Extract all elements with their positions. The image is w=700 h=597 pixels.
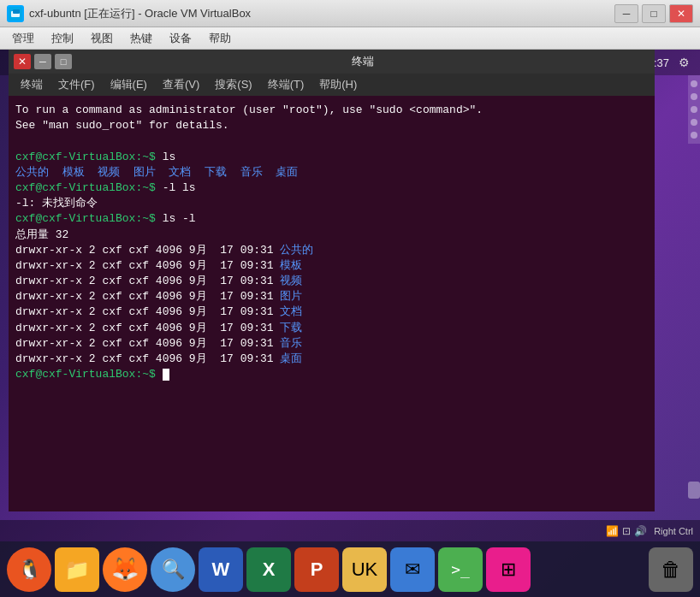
term-line-6: -l: 未找到命令 (15, 196, 648, 211)
right-ctrl-label: Right Ctrl (654, 526, 693, 536)
side-dot-1 (691, 80, 697, 87)
minimize-button[interactable]: ─ (614, 4, 638, 23)
maximize-button[interactable]: □ (642, 4, 666, 23)
term-line-blank1 (15, 133, 648, 149)
window-controls: ─ □ ✕ (614, 4, 693, 23)
term-line-2: See "man sudo_root" for details. (15, 118, 648, 133)
virtualbox-menu-bar: 管理控制视图热键设备帮助 (0, 27, 700, 50)
term-menu-查看(V)[interactable]: 查看(V) (156, 75, 206, 94)
side-dot-2 (691, 93, 697, 100)
excel-icon[interactable]: X (246, 547, 291, 592)
side-dot-3 (691, 106, 697, 113)
shopping-icon[interactable]: UK (342, 547, 387, 592)
term-menu-文件(F)[interactable]: 文件(F) (51, 75, 102, 94)
term-line-11: drwxr-xr-x 2 cxf cxf 4096 9月 17 09:31 视频 (15, 274, 648, 289)
term-menu-帮助(H)[interactable]: 帮助(H) (312, 75, 364, 94)
term-line-15: drwxr-xr-x 2 cxf cxf 4096 9月 17 09:31 音乐 (15, 336, 648, 352)
terminal-dock-icon[interactable]: >_ (438, 547, 483, 592)
term-menu-终端[interactable]: 终端 (14, 75, 50, 94)
term-line-1: To run a command as administrator (user … (15, 103, 648, 118)
trash-icon[interactable]: 🗑 (649, 547, 693, 592)
terminal-menu-bar: 终端文件(F)编辑(E)查看(V)搜索(S)终端(T)帮助(H) (9, 74, 655, 96)
term-menu-编辑(E)[interactable]: 编辑(E) (104, 75, 154, 94)
term-line-3: cxf@cxf-VirtualBox:~$ ls (15, 150, 648, 165)
terminal-close-button[interactable]: ✕ (14, 54, 31, 69)
menu-item-控制[interactable]: 控制 (44, 29, 80, 48)
network-status-icon: 📶 (606, 525, 619, 537)
term-menu-终端(T)[interactable]: 终端(T) (261, 75, 311, 94)
menu-item-设备[interactable]: 设备 (163, 29, 199, 48)
term-line-5: cxf@cxf-VirtualBox:~$ -l ls (15, 180, 648, 196)
taskbar-dock: 🐧 📁 🦊 🔍 W X P UK ✉ >_ ⊞ 🗑 (0, 541, 700, 597)
term-line-10: drwxr-xr-x 2 cxf cxf 4096 9月 17 09:31 模板 (15, 258, 648, 274)
menu-item-热键[interactable]: 热键 (123, 29, 159, 48)
terminal-minimize-button[interactable]: ─ (34, 54, 51, 69)
powerpoint-icon[interactable]: P (294, 547, 339, 592)
svg-rect-2 (13, 9, 20, 14)
term-line-17: cxf@cxf-VirtualBox:~$ (15, 367, 648, 382)
mail-icon[interactable]: ✉ (390, 547, 435, 592)
side-dot-5 (691, 132, 697, 139)
virtualbox-title-bar: cxf-ubuntn [正在运行] - Oracle VM VirtualBox… (0, 0, 700, 27)
term-line-14: drwxr-xr-x 2 cxf cxf 4096 9月 17 09:31 下载 (15, 321, 648, 336)
term-line-4: 公共的 模板 视频 图片 文档 下载 音乐 桌面 (15, 165, 648, 180)
settings-icon[interactable]: ⚙ (674, 53, 693, 72)
status-icons: 📶 ⊡ 🔊 Right Ctrl (606, 525, 693, 537)
usb-status-icon: ⊡ (622, 525, 631, 537)
virtualbox-icon (7, 5, 24, 22)
menu-item-帮助[interactable]: 帮助 (202, 29, 238, 48)
firefox-icon[interactable]: 🦊 (103, 547, 147, 592)
terminal-window: ✕ ─ □ 终端 终端文件(F)编辑(E)查看(V)搜索(S)终端(T)帮助(H… (9, 50, 655, 511)
files-icon[interactable]: 📁 (55, 547, 99, 592)
files2-icon[interactable]: ⊞ (486, 547, 531, 592)
terminal-title-text: 终端 (75, 54, 650, 69)
right-side-panel (688, 75, 700, 144)
terminal-body[interactable]: To run a command as administrator (user … (9, 96, 655, 511)
term-line-7: cxf@cxf-VirtualBox:~$ ls -l (15, 211, 648, 227)
close-button[interactable]: ✕ (669, 4, 693, 23)
term-menu-搜索(S)[interactable]: 搜索(S) (208, 75, 258, 94)
term-line-16: drwxr-xr-x 2 cxf cxf 4096 9月 17 09:31 桌面 (15, 352, 648, 367)
terminal-maximize-button[interactable]: □ (55, 54, 72, 69)
audio-status-icon: 🔊 (634, 525, 647, 537)
scroll-indicator[interactable] (688, 482, 700, 499)
term-line-13: drwxr-xr-x 2 cxf cxf 4096 9月 17 09:31 文档 (15, 304, 648, 320)
term-line-8: 总用量 32 (15, 228, 648, 243)
word-icon[interactable]: W (199, 547, 243, 592)
terminal-title-bar: ✕ ─ □ 终端 (9, 50, 655, 74)
ubuntu-icon[interactable]: 🐧 (7, 547, 51, 592)
menu-item-视图[interactable]: 视图 (84, 29, 120, 48)
window-title: cxf-ubuntn [正在运行] - Oracle VM VirtualBox (29, 6, 614, 21)
search-icon[interactable]: 🔍 (151, 547, 195, 592)
term-line-9: drwxr-xr-x 2 cxf cxf 4096 9月 17 09:31 公共… (15, 243, 648, 258)
term-line-12: drwxr-xr-x 2 cxf cxf 4096 9月 17 09:31 图片 (15, 289, 648, 304)
side-dot-4 (691, 119, 697, 126)
vm-status-bar: 📶 ⊡ 🔊 Right Ctrl (0, 520, 700, 541)
menu-item-管理[interactable]: 管理 (5, 29, 41, 48)
